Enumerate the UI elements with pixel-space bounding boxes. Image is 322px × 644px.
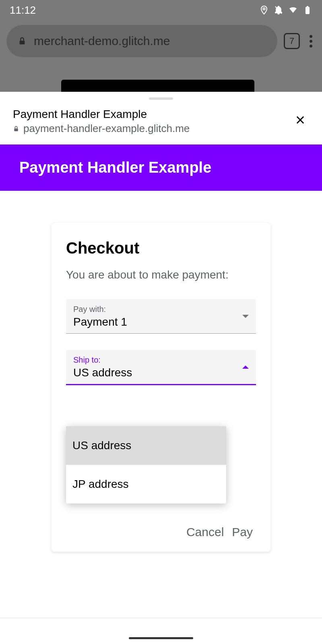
svg-rect-3 [20, 41, 25, 44]
lock-icon [18, 36, 27, 46]
more-menu-icon[interactable] [306, 35, 316, 47]
svg-point-0 [263, 8, 265, 10]
ship-to-select[interactable]: Ship to: US address [66, 350, 256, 385]
status-bar: 11:12 [0, 0, 322, 20]
close-icon[interactable] [291, 111, 309, 132]
battery-icon [303, 5, 312, 15]
ship-to-label: Ship to: [73, 355, 249, 365]
tab-switcher[interactable]: 7 [284, 33, 300, 49]
checkout-card: Checkout You are about to make payment: … [52, 223, 270, 552]
divider [0, 618, 322, 618]
svg-rect-4 [14, 128, 18, 131]
svg-rect-1 [305, 7, 310, 14]
sheet-header: Payment Handler Example payment-handler-… [0, 108, 322, 144]
chevron-down-icon [242, 315, 249, 318]
origin-text: payment-handler-example.glitch.me [23, 122, 190, 135]
sheet-title: Payment Handler Example [13, 108, 190, 121]
page-content-peek [61, 80, 254, 92]
wifi-icon [288, 5, 298, 15]
card-title: Checkout [66, 239, 256, 257]
gesture-bar[interactable] [129, 637, 193, 639]
ship-to-value: US address [73, 366, 249, 379]
app-banner: Payment Handler Example [0, 144, 322, 191]
pay-with-label: Pay with: [73, 305, 249, 314]
payment-sheet: Payment Handler Example payment-handler-… [0, 92, 322, 644]
sheet-grabber[interactable] [149, 97, 173, 100]
status-icons [259, 5, 312, 15]
pay-button[interactable]: Pay [229, 522, 256, 542]
lock-icon [13, 125, 19, 132]
url-bar[interactable]: merchant-demo.glitch.me [6, 25, 277, 57]
action-row: Cancel Pay [66, 522, 256, 542]
dropdown-option-us[interactable]: US address [66, 426, 226, 465]
pay-with-select[interactable]: Pay with: Payment 1 [66, 299, 256, 334]
browser-bar: merchant-demo.glitch.me 7 [0, 25, 322, 57]
card-subtitle: You are about to make payment: [66, 268, 256, 281]
ship-to-dropdown: US address JP address [66, 426, 226, 504]
status-time: 11:12 [10, 4, 36, 17]
url-text: merchant-demo.glitch.me [34, 34, 170, 48]
sheet-origin: payment-handler-example.glitch.me [13, 122, 190, 135]
svg-rect-2 [307, 6, 308, 7]
notifications-off-icon [274, 5, 283, 15]
cancel-button[interactable]: Cancel [183, 522, 227, 542]
pay-with-value: Payment 1 [73, 316, 249, 328]
chevron-up-icon [242, 365, 249, 369]
location-icon [259, 5, 269, 15]
dropdown-option-jp[interactable]: JP address [66, 465, 226, 504]
